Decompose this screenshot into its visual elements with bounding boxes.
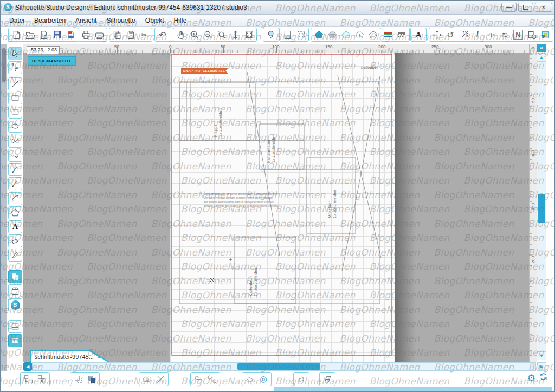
page-panel-button[interactable] <box>8 320 22 333</box>
close-button[interactable]: × <box>535 3 552 12</box>
eraser-tool[interactable] <box>8 234 22 247</box>
polygon-tool[interactable] <box>8 135 22 148</box>
offset-cloud-icon[interactable] <box>243 373 256 386</box>
send-backward-icon[interactable] <box>85 373 98 386</box>
app-window: S Silhouette Studio Designer Edition: sc… <box>0 0 555 392</box>
merge-file-icon[interactable] <box>37 28 50 41</box>
release-compound-icon[interactable] <box>205 373 218 386</box>
library-panel-button[interactable] <box>8 270 22 283</box>
copy-icon[interactable] <box>111 28 124 41</box>
zoom-drag-icon[interactable] <box>229 28 242 41</box>
menu-silhouette[interactable]: Silhouette <box>102 16 139 25</box>
horizontal-scrollbar[interactable] <box>32 362 536 371</box>
menu-objekt[interactable]: Objekt <box>141 16 169 25</box>
weld-icon[interactable] <box>140 373 153 386</box>
group-icon[interactable] <box>22 373 35 386</box>
piece-label-kartenstapel: Kartenstapel1x zuschneiden <box>267 126 276 163</box>
select-tool[interactable] <box>8 47 22 60</box>
media-panel-button[interactable] <box>8 334 22 347</box>
file-group <box>8 28 79 42</box>
menu-bearbeiten[interactable]: Bearbeiten <box>30 16 70 25</box>
draw-pencil-tool[interactable] <box>8 177 22 190</box>
zoom-selection-icon[interactable] <box>215 28 228 41</box>
mirror-icon[interactable]: ◁▷ <box>485 28 498 41</box>
lasso-select-icon[interactable] <box>264 28 278 41</box>
h-ruler-label: 50 <box>114 44 119 49</box>
silhouette-cloud-button[interactable]: S <box>8 298 22 311</box>
preview-icon[interactable] <box>525 28 538 41</box>
rotate-icon[interactable]: ↺ <box>444 28 457 41</box>
cut-icon[interactable]: ✂ <box>138 28 151 41</box>
document-tab[interactable]: schnittmuster-99745... × <box>30 350 110 362</box>
offset-target-icon[interactable]: ◎ <box>257 373 270 386</box>
bring-forward-icon[interactable] <box>72 373 85 386</box>
save-to-card-icon[interactable] <box>64 28 77 41</box>
scroll-down-button[interactable]: ▼ <box>537 351 546 360</box>
edit-points-tool[interactable] <box>8 61 22 74</box>
scale-icon[interactable] <box>457 28 470 41</box>
horizontal-ruler: 50 0 50 100 150 200 250 300 <box>23 44 529 53</box>
menu-hilfe[interactable]: Hilfe <box>169 16 191 25</box>
save-icon[interactable] <box>50 28 63 41</box>
line-style-icon[interactable] <box>395 28 408 41</box>
flip-page-icon[interactable] <box>321 373 334 386</box>
settings-gear-icon[interactable]: ⚙ <box>527 373 535 384</box>
text-style-icon[interactable]: A <box>412 28 425 41</box>
design-canvas[interactable]: Klappe1x zuschneiden Kartenstapel1x zusc… <box>23 53 529 362</box>
scroll-left-button[interactable]: ◀ <box>23 362 32 371</box>
make-compound-icon[interactable] <box>192 373 205 386</box>
store-panel-button[interactable] <box>8 284 22 297</box>
fill-gradient-icon[interactable] <box>339 28 352 41</box>
ellipse-tool[interactable] <box>8 120 22 133</box>
menu-datei[interactable]: Datei <box>5 16 29 25</box>
paste-icon[interactable] <box>124 28 137 41</box>
minimize-button[interactable]: — <box>501 3 517 12</box>
line-tool[interactable] <box>8 77 22 90</box>
nest-icon[interactable]: N <box>513 30 523 40</box>
subtract-icon[interactable] <box>154 373 167 386</box>
draw-pen-tool[interactable] <box>8 163 22 176</box>
print-icon[interactable] <box>79 28 92 41</box>
sync-icon[interactable] <box>539 372 548 384</box>
weld-tools <box>139 372 169 386</box>
knife-tool[interactable] <box>8 249 22 262</box>
grid-settings-icon[interactable] <box>294 28 307 41</box>
send-to-silhouette-icon[interactable] <box>93 28 106 41</box>
replicate-icon[interactable]: ≋ <box>498 28 511 41</box>
collapse-panel-button[interactable]: « <box>537 44 546 52</box>
move-icon[interactable] <box>430 28 443 41</box>
panel-drag-handle[interactable] <box>2 48 6 82</box>
ungroup-icon[interactable] <box>35 373 48 386</box>
fill-solid-icon[interactable] <box>312 28 325 41</box>
vertical-scroll-thumb[interactable] <box>538 194 545 223</box>
new-document-icon[interactable] <box>10 28 23 41</box>
shear-icon[interactable]: / <box>471 28 484 41</box>
undo-icon[interactable]: ↶ <box>156 28 169 41</box>
menu-ansicht[interactable]: Ansicht <box>71 16 101 25</box>
horizontal-scroll-thumb[interactable] <box>237 363 320 370</box>
open-icon[interactable] <box>23 28 36 41</box>
pan-hand-icon[interactable] <box>175 28 188 41</box>
tab-label: schnittmuster-99745... <box>35 354 94 360</box>
rounded-rectangle-tool[interactable] <box>8 106 22 119</box>
fit-to-page-icon[interactable] <box>242 28 255 41</box>
scroll-right-button[interactable]: ▶ <box>537 362 546 371</box>
text-tool[interactable]: A <box>8 220 22 233</box>
title-bar[interactable]: S Silhouette Studio Designer Edition: sc… <box>1 1 555 15</box>
zoom-in-icon[interactable] <box>188 28 201 41</box>
maximize-icon <box>523 5 528 10</box>
curve-tool[interactable] <box>8 149 22 162</box>
scroll-up-button[interactable]: ▲ <box>537 53 546 62</box>
rectangle-tool[interactable] <box>8 92 22 104</box>
small-eraser-icon[interactable] <box>295 373 308 386</box>
page-setup-icon[interactable] <box>281 28 294 41</box>
line-color-icon[interactable] <box>382 28 395 41</box>
toolbar-overflow-icon[interactable]: ▼ <box>537 30 550 43</box>
maximize-button[interactable] <box>518 3 533 12</box>
zoom-out-icon[interactable] <box>202 28 215 41</box>
arc-tool[interactable] <box>8 192 22 205</box>
fill-pattern-icon[interactable] <box>326 28 339 41</box>
fill-none-icon[interactable] <box>366 28 379 41</box>
fill-picker-icon[interactable] <box>353 28 366 41</box>
regular-polygon-tool[interactable] <box>8 206 22 219</box>
